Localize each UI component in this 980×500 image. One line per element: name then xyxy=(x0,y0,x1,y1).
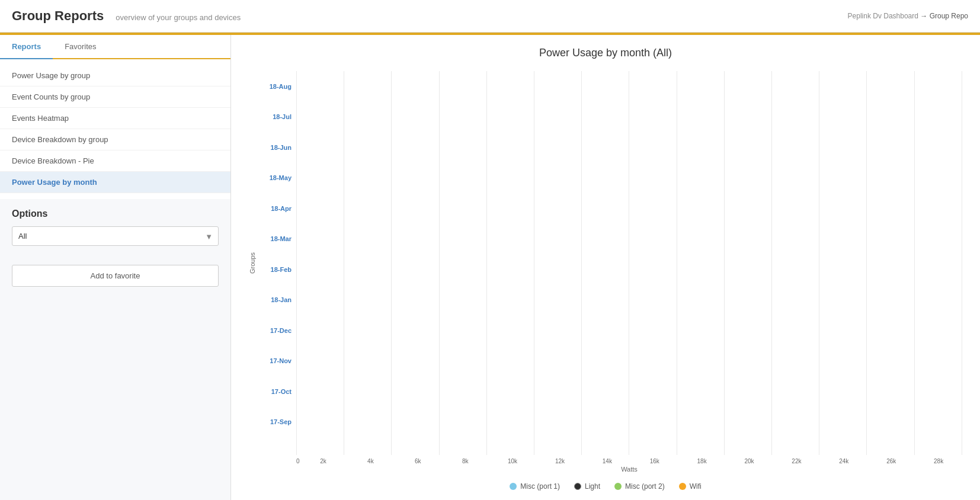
y-axis-label: Groups xyxy=(249,71,256,455)
x-tick: 12k xyxy=(536,458,584,464)
report-menu-list: Power Usage by group Event Counts by gro… xyxy=(0,59,230,199)
bar-label: 18-Feb xyxy=(261,266,296,273)
x-tick: 4k xyxy=(347,458,394,464)
x-tick: 18k xyxy=(678,458,726,464)
breadcrumb-current: Group Repo xyxy=(930,12,968,20)
legend-label-misc2: Misc (port 2) xyxy=(625,482,665,491)
page-header: Group Reports overview of your groups an… xyxy=(0,0,980,33)
menu-item-device-breakdown-pie[interactable]: Device Breakdown - Pie xyxy=(0,150,230,172)
bar-row: 18-Jun xyxy=(261,137,962,158)
x-axis: 02k4k6k8k10k12k14k16k18k20k22k24k26k28k xyxy=(296,455,962,464)
legend-item-light: Light xyxy=(574,482,600,491)
bar-label: 17-Oct xyxy=(261,388,296,395)
bar-row: 18-Feb xyxy=(261,259,962,280)
tab-favorites[interactable]: Favorites xyxy=(53,35,108,59)
menu-item-event-counts-group[interactable]: Event Counts by group xyxy=(0,86,230,108)
main-layout: Reports Favorites Power Usage by group E… xyxy=(0,35,980,500)
x-tick: 20k xyxy=(726,458,773,464)
bars-rows: 18-Aug18-Jul18-Jun18-May18-Apr18-Mar18-F… xyxy=(261,71,962,455)
legend-label-light: Light xyxy=(585,482,600,491)
legend-item-misc2: Misc (port 2) xyxy=(614,482,665,491)
x-tick: 26k xyxy=(867,458,915,464)
breadcrumb-parent[interactable]: Peplink Dv Dashboard xyxy=(848,12,918,20)
bar-row: 17-Dec xyxy=(261,320,962,341)
bar-row: 18-Jan xyxy=(261,289,962,310)
bar-label: 17-Nov xyxy=(261,357,296,364)
menu-item-power-usage-group[interactable]: Power Usage by group xyxy=(0,65,230,86)
legend-label-wifi: Wifi xyxy=(690,482,702,491)
bar-row: 17-Sep xyxy=(261,411,962,432)
menu-item-device-breakdown-group[interactable]: Device Breakdown by group xyxy=(0,129,230,150)
x-tick: 8k xyxy=(441,458,489,464)
x-axis-label: Watts xyxy=(296,466,962,473)
bar-row: 18-Apr xyxy=(261,198,962,219)
breadcrumb: Peplink Dv Dashboard → Group Repo xyxy=(848,12,968,20)
legend-dot-misc1 xyxy=(510,483,517,490)
options-label: Options xyxy=(12,209,219,219)
x-tick: 28k xyxy=(915,458,962,464)
group-select-wrapper: All Group 1 Group 2 Group 3 ▼ xyxy=(12,226,219,246)
breadcrumb-separator: → xyxy=(920,12,929,20)
chart-legend: Misc (port 1)LightMisc (port 2)Wifi xyxy=(249,482,962,491)
x-tick: 22k xyxy=(773,458,820,464)
options-section: Options All Group 1 Group 2 Group 3 ▼ xyxy=(0,199,230,258)
bar-label: 17-Sep xyxy=(261,418,296,425)
bar-row: 18-Mar xyxy=(261,228,962,249)
bar-label: 18-Aug xyxy=(261,83,296,90)
legend-item-misc1: Misc (port 1) xyxy=(510,482,560,491)
bar-label: 18-Jan xyxy=(261,296,296,303)
x-tick: 14k xyxy=(584,458,631,464)
bar-label: 18-Mar xyxy=(261,235,296,242)
bar-row: 18-Aug xyxy=(261,76,962,97)
bar-label: 18-Jun xyxy=(261,144,296,151)
chart-container: Groups 18-Aug18-Jul18-Jun18-May18-Apr18-… xyxy=(249,71,962,491)
chart-inner: Groups 18-Aug18-Jul18-Jun18-May18-Apr18-… xyxy=(249,71,962,473)
x-tick: 2k xyxy=(300,458,347,464)
legend-dot-light xyxy=(574,483,581,490)
x-tick: 16k xyxy=(631,458,678,464)
bar-row: 17-Nov xyxy=(261,350,962,371)
bar-label: 18-May xyxy=(261,174,296,181)
x-tick: 24k xyxy=(820,458,867,464)
page-subtitle: overview of your groups and devices xyxy=(116,13,241,22)
sidebar-tabs: Reports Favorites xyxy=(0,35,230,59)
bar-label: 17-Dec xyxy=(261,327,296,334)
legend-dot-wifi xyxy=(679,483,686,490)
menu-item-events-heatmap[interactable]: Events Heatmap xyxy=(0,108,230,129)
chart-area: Power Usage by month (All) Groups 18-Aug… xyxy=(231,35,980,500)
bar-label: 18-Apr xyxy=(261,205,296,212)
legend-dot-misc2 xyxy=(614,483,622,490)
legend-label-misc1: Misc (port 1) xyxy=(520,482,560,491)
bar-row: 18-Jul xyxy=(261,106,962,127)
legend-item-wifi: Wifi xyxy=(679,482,702,491)
bars-section: 18-Aug18-Jul18-Jun18-May18-Apr18-Mar18-F… xyxy=(261,71,962,473)
add-to-favorite-button[interactable]: Add to favorite xyxy=(12,265,219,287)
x-tick: 10k xyxy=(489,458,536,464)
page-title: Group Reports xyxy=(12,8,104,24)
x-tick: 6k xyxy=(394,458,441,464)
bar-row: 18-May xyxy=(261,167,962,188)
bar-row: 17-Oct xyxy=(261,381,962,402)
tab-reports[interactable]: Reports xyxy=(0,35,53,59)
bar-label: 18-Jul xyxy=(261,113,296,120)
chart-title: Power Usage by month (All) xyxy=(249,47,962,59)
menu-item-power-usage-month[interactable]: Power Usage by month xyxy=(0,172,230,193)
group-select[interactable]: All Group 1 Group 2 Group 3 xyxy=(12,226,219,246)
sidebar: Reports Favorites Power Usage by group E… xyxy=(0,35,231,500)
